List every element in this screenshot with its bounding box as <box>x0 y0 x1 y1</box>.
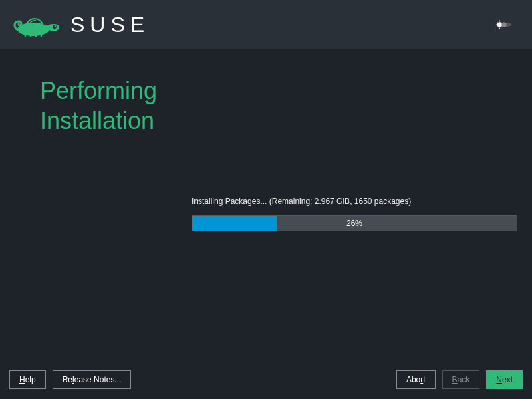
svg-line-7 <box>497 22 497 23</box>
content-area: Performing Installation <box>0 49 532 162</box>
logo-area: SUSE <box>13 12 150 37</box>
progress-bar: 26% <box>192 215 517 231</box>
page-title: Performing Installation <box>40 76 492 136</box>
release-notes-button[interactable]: Release Notes... <box>53 370 132 389</box>
back-button[interactable]: Back <box>442 370 480 389</box>
abort-button[interactable]: Abort <box>396 370 436 389</box>
installer-header: SUSE <box>0 0 532 49</box>
help-button[interactable]: Help <box>9 370 46 389</box>
svg-point-2 <box>55 25 57 27</box>
page-title-line1: Performing <box>40 77 157 104</box>
next-button[interactable]: Next <box>486 370 523 389</box>
install-status-text: Installing Packages... (Remaining: 2.967… <box>192 197 517 206</box>
footer-button-bar: Help Release Notes... Abort Back Next <box>0 360 532 399</box>
page-title-line2: Installation <box>40 107 154 134</box>
progress-section: Installing Packages... (Remaining: 2.967… <box>192 197 517 231</box>
svg-line-8 <box>497 27 497 27</box>
svg-point-10 <box>501 22 506 27</box>
progress-percent-label: 26% <box>346 219 362 228</box>
suse-chameleon-icon <box>13 12 61 37</box>
progress-bar-fill <box>192 216 277 231</box>
theme-toggle[interactable] <box>496 19 512 30</box>
brand-name: SUSE <box>70 13 150 37</box>
svg-point-3 <box>497 22 502 27</box>
